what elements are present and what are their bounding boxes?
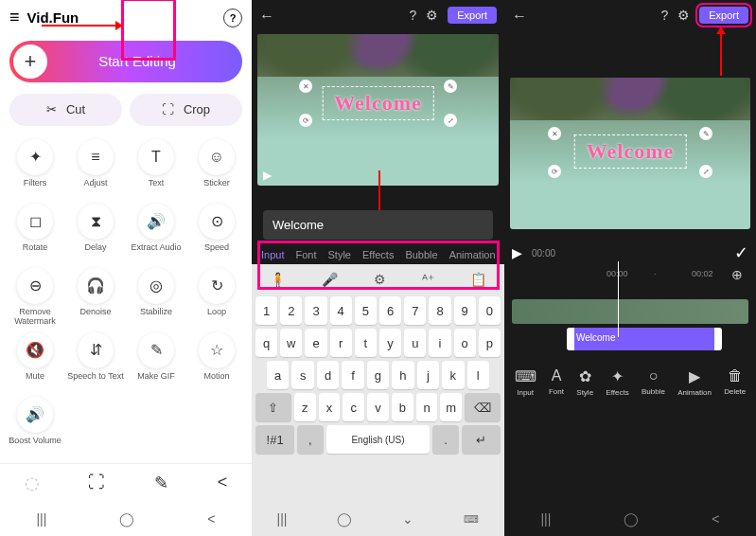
btool-delete[interactable]: 🗑Delete <box>724 367 746 397</box>
home-button[interactable]: ◯ <box>119 511 134 527</box>
text-overlay[interactable]: Welcome <box>322 86 434 120</box>
tool-adjust[interactable]: ≡Adjust <box>66 139 125 198</box>
tab-input[interactable]: Input <box>261 249 284 260</box>
key-y[interactable]: y <box>379 329 401 357</box>
tool-extract-audio[interactable]: 🔊Extract Audio <box>127 204 185 262</box>
key-f[interactable]: f <box>342 361 363 389</box>
video-track[interactable] <box>512 299 748 324</box>
help-icon[interactable]: ? <box>660 8 668 23</box>
key-a[interactable]: a <box>267 361 289 389</box>
back-icon[interactable]: ← <box>512 8 527 25</box>
start-editing-button[interactable]: + Start Editing <box>9 41 242 82</box>
key-n[interactable]: n <box>416 393 438 421</box>
back-button[interactable]: ⌄ <box>402 511 413 527</box>
key-q[interactable]: q <box>255 329 277 357</box>
tab-style[interactable]: Style <box>327 249 350 260</box>
text-clip[interactable]: Welcome <box>569 328 720 350</box>
handle-br[interactable]: ⤢ <box>699 165 712 178</box>
tool-denoise[interactable]: 🎧Denoise <box>66 268 125 327</box>
video-preview[interactable]: Welcome ✕ ✎ ⟳ ⤢ <box>510 78 750 229</box>
settings-icon[interactable]: ⚙ <box>677 8 690 23</box>
symbols-key[interactable]: !#1 <box>255 425 294 454</box>
confirm-icon[interactable]: ✓ <box>734 242 748 263</box>
handle-bl[interactable]: ⟳ <box>548 165 561 178</box>
handle-tr[interactable]: ✎ <box>444 80 457 93</box>
emoji-icon[interactable]: 🧍 <box>270 272 286 287</box>
wheel-icon[interactable]: ◌ <box>25 473 40 493</box>
backspace-key[interactable]: ⌫ <box>465 393 501 421</box>
btool-input[interactable]: ⌨Input <box>515 367 536 397</box>
kb-settings-icon[interactable]: ⚙ <box>374 272 386 287</box>
back-button[interactable]: < <box>207 511 215 527</box>
tool-motion[interactable]: ☆Motion <box>187 332 246 391</box>
btool-bubble[interactable]: ○Bubble <box>642 367 665 397</box>
recents-button[interactable]: ||| <box>277 511 288 527</box>
comma-key[interactable]: , <box>297 425 323 454</box>
translate-icon[interactable]: ᴬ⁺ <box>422 272 434 287</box>
key-o[interactable]: o <box>454 329 476 357</box>
help-icon[interactable]: ? <box>409 8 416 23</box>
handle-tr[interactable]: ✎ <box>699 127 712 140</box>
back-button[interactable]: < <box>712 511 719 527</box>
btool-font[interactable]: AFont <box>549 367 564 397</box>
handle-tl[interactable]: ✕ <box>548 127 561 140</box>
play-icon[interactable]: ▶ <box>263 169 272 182</box>
home-button[interactable]: ◯ <box>337 511 352 527</box>
shift-key[interactable]: ⇧ <box>255 393 291 421</box>
btool-animation[interactable]: ▶Animation <box>677 367 712 397</box>
enter-key[interactable]: ↵ <box>462 425 501 454</box>
home-button[interactable]: ◯ <box>624 511 639 527</box>
tool-speed[interactable]: ⊙Speed <box>187 204 246 262</box>
recents-button[interactable]: ||| <box>36 511 46 527</box>
playhead[interactable] <box>618 261 619 337</box>
key-4[interactable]: 4 <box>330 296 352 325</box>
crop-button[interactable]: ⛶Crop <box>130 94 242 126</box>
tool-sticker[interactable]: ☺Sticker <box>187 139 246 198</box>
tool-remove-watermark[interactable]: ⊖Remove Watermark <box>6 268 64 327</box>
key-r[interactable]: r <box>330 329 352 357</box>
tool-make-gif[interactable]: ✎Make GIF <box>127 332 185 391</box>
key-m[interactable]: m <box>440 393 462 421</box>
btool-effects[interactable]: ✦Effects <box>606 367 628 397</box>
keyboard-hide-icon[interactable]: ⌨ <box>464 513 479 526</box>
scan-icon[interactable]: ⛶ <box>88 473 105 492</box>
tool-delay[interactable]: ⧗Delay <box>66 204 125 262</box>
tool-mute[interactable]: 🔇Mute <box>6 332 64 391</box>
recents-button[interactable]: ||| <box>540 511 551 527</box>
key-j[interactable]: j <box>417 361 439 389</box>
key-h[interactable]: h <box>392 361 413 389</box>
export-button[interactable]: Export <box>448 7 497 24</box>
back-icon[interactable]: ← <box>259 8 274 25</box>
cut-button[interactable]: ✂Cut <box>9 94 122 126</box>
key-1[interactable]: 1 <box>255 296 277 325</box>
play-icon[interactable]: ▶ <box>512 245 522 260</box>
tool-boost-volume[interactable]: 🔊Boost Volume <box>6 397 64 456</box>
clipboard-icon[interactable]: 📋 <box>470 272 486 287</box>
key-i[interactable]: i <box>429 329 450 357</box>
help-icon[interactable]: ? <box>223 9 242 27</box>
key-v[interactable]: v <box>367 393 389 421</box>
tool-stabilize[interactable]: ◎Stabilize <box>127 268 185 327</box>
key-s[interactable]: s <box>291 361 313 389</box>
tab-animation[interactable]: Animation <box>449 249 496 260</box>
key-z[interactable]: z <box>294 393 316 421</box>
key-0[interactable]: 0 <box>479 296 501 325</box>
key-g[interactable]: g <box>367 361 389 389</box>
key-l[interactable]: l <box>467 361 489 389</box>
text-input[interactable] <box>273 218 483 232</box>
key-p[interactable]: p <box>479 329 501 357</box>
key-c[interactable]: c <box>343 393 364 421</box>
tab-effects[interactable]: Effects <box>362 249 394 260</box>
handle-bl[interactable]: ⟳ <box>299 114 312 127</box>
tool-filters[interactable]: ✦Filters <box>6 139 64 198</box>
period-key[interactable]: . <box>432 425 458 454</box>
export-button[interactable]: Export <box>699 7 748 24</box>
tool-text[interactable]: TText <box>127 139 185 198</box>
settings-icon[interactable]: ⚙ <box>426 8 438 23</box>
key-8[interactable]: 8 <box>429 296 450 325</box>
share-icon[interactable]: < <box>218 473 228 492</box>
key-5[interactable]: 5 <box>355 296 377 325</box>
video-preview[interactable]: Welcome ✕ ✎ ⟳ ⤢ ▶ <box>257 34 499 186</box>
key-e[interactable]: e <box>305 329 326 357</box>
tool-rotate[interactable]: ◻Rotate <box>6 204 64 262</box>
